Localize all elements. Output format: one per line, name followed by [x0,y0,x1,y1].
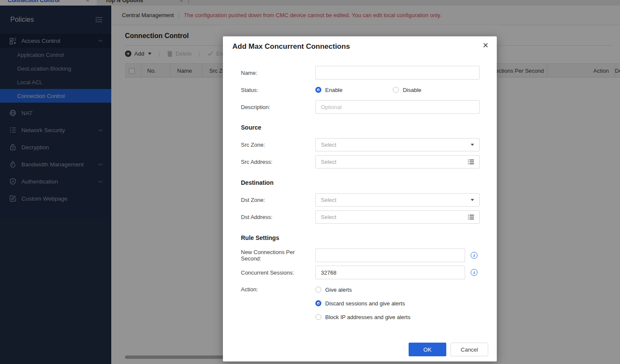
list-picker-icon [468,159,474,165]
dst-address-select[interactable]: Select [315,210,480,224]
action-give-alerts-radio[interactable] [315,287,321,293]
dst-zone-label: Dst Zone: [241,197,315,203]
destination-section-heading: Destination [241,179,480,188]
src-address-select[interactable]: Select [315,155,480,169]
status-label: Status: [241,87,315,93]
close-icon[interactable]: ✕ [483,42,489,49]
info-icon[interactable]: i [471,252,478,259]
list-picker-icon [468,214,474,220]
src-address-label: Src Address: [241,159,315,165]
add-max-concurrent-connections-dialog: Add Max Concurrent Connections ✕ Name: S… [223,36,497,361]
new-connections-per-second-label: New Connections Per Second: [241,249,315,262]
src-zone-select[interactable]: Select [315,138,480,151]
select-placeholder: Select [321,197,471,203]
info-icon[interactable]: i [471,269,478,276]
select-placeholder: Select [321,142,471,148]
action-give-alerts-label: Give alerts [325,287,352,293]
dst-zone-select[interactable]: Select [315,193,480,207]
action-discard-sessions-radio[interactable] [315,300,321,306]
name-label: Name: [241,70,315,76]
description-input[interactable] [315,100,480,114]
description-label: Description: [241,104,315,110]
concurrent-sessions-label: Concurrent Sessions: [241,269,315,276]
action-block-ip-radio[interactable] [315,314,321,320]
dialog-title: Add Max Concurrent Connections [232,42,350,51]
action-discard-sessions-label: Discard sessions and give alerts [325,300,405,307]
status-disable-label: Disable [403,87,421,93]
source-section-heading: Source [241,124,480,133]
select-placeholder: Select [321,214,468,220]
select-placeholder: Select [321,159,468,165]
chevron-down-icon [471,144,474,146]
name-input[interactable] [315,66,480,80]
ok-button[interactable]: OK [409,343,446,356]
chevron-down-icon [471,199,474,201]
concurrent-sessions-input[interactable] [315,266,465,279]
cancel-button[interactable]: Cancel [451,343,488,356]
dst-address-label: Dst Address: [241,214,315,220]
rule-settings-section-heading: Rule Settings [241,234,480,243]
action-block-ip-label: Block IP addresses and give alerts [325,314,410,320]
new-connections-per-second-input[interactable] [315,249,465,262]
action-label: Action: [241,283,315,296]
status-disable-radio[interactable] [393,87,399,93]
src-zone-label: Src Zone: [241,142,315,148]
status-enable-radio[interactable] [315,87,321,93]
status-enable-label: Enable [325,87,342,93]
